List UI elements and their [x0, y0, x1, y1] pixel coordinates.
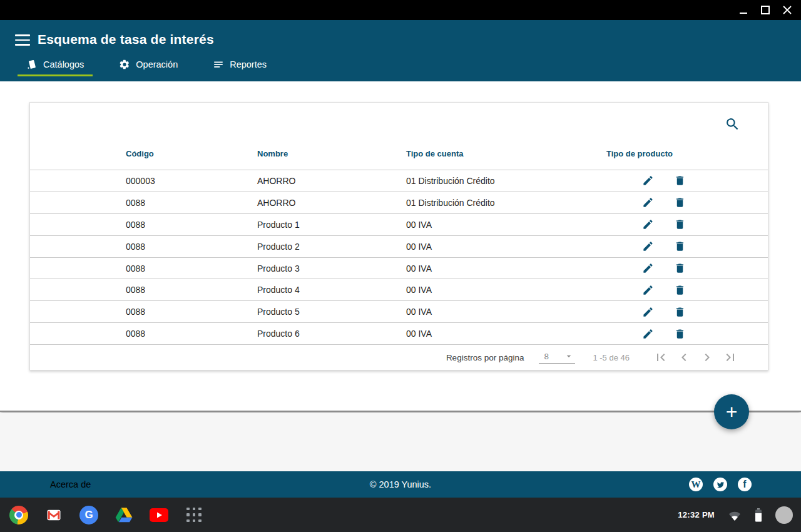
edit-button[interactable]	[641, 305, 654, 318]
close-icon	[783, 6, 792, 14]
prev-page-button[interactable]	[676, 350, 691, 365]
rows-per-page-select[interactable]: 8	[539, 351, 575, 364]
table-row[interactable]: 0088 Producto 1 00 IVA	[30, 213, 768, 235]
twitter-icon[interactable]	[713, 478, 727, 491]
products-table-card: Código Nombre Tipo de cuenta Tipo de pro…	[29, 102, 768, 371]
cell-tipo-cuenta: 01 Distribución Crédito	[406, 176, 606, 186]
cell-tipo-cuenta: 00 IVA	[406, 263, 606, 274]
cell-codigo: 0088	[126, 263, 257, 274]
window-titlebar	[0, 0, 801, 20]
trash-icon	[674, 218, 686, 230]
hamburger-icon	[15, 34, 30, 36]
cell-nombre: Producto 6	[257, 329, 406, 339]
edit-button[interactable]	[641, 218, 654, 231]
pagination-nav	[653, 350, 738, 365]
pencil-icon	[642, 218, 654, 230]
maximize-button[interactable]	[760, 5, 770, 15]
youtube-icon[interactable]	[149, 505, 169, 525]
edit-button[interactable]	[641, 175, 654, 187]
pencil-icon	[642, 328, 654, 340]
window-controls	[738, 0, 792, 20]
last-page-icon	[723, 350, 738, 365]
trash-icon	[674, 175, 686, 187]
edit-button[interactable]	[641, 197, 654, 209]
table-row[interactable]: 0088 Producto 5 00 IVA	[30, 300, 768, 322]
cell-tipo-cuenta: 01 Distribución Crédito	[406, 198, 606, 208]
last-page-button[interactable]	[723, 350, 738, 365]
app-footer: Acerca de © 2019 Yunius. W f	[0, 471, 801, 498]
edit-button[interactable]	[641, 240, 654, 253]
pagination-range: 1 -5 de 46	[593, 353, 630, 362]
table-row[interactable]: 000003 AHORRO 01 Distribución Crédito	[30, 170, 768, 192]
table-row[interactable]: 0088 Producto 4 00 IVA	[30, 279, 768, 300]
tab-catalogos[interactable]: Catálogos	[18, 59, 93, 76]
delete-button[interactable]	[673, 327, 686, 340]
trash-icon	[674, 240, 686, 252]
google-icon[interactable]: G	[79, 505, 99, 525]
table-row[interactable]: 0088 AHORRO 01 Distribución Crédito	[30, 192, 768, 213]
wordpress-icon[interactable]: W	[689, 478, 703, 491]
delete-button[interactable]	[673, 240, 686, 253]
lines-icon	[213, 59, 224, 70]
delete-button[interactable]	[673, 284, 686, 296]
clock: 12:32 PM	[678, 510, 715, 519]
minimize-button[interactable]	[738, 5, 748, 15]
cell-nombre: AHORRO	[257, 198, 406, 208]
cell-tipo-cuenta: 00 IVA	[406, 285, 606, 295]
battery-icon	[755, 508, 762, 522]
delete-button[interactable]	[673, 262, 686, 275]
table-body: 000003 AHORRO 01 Distribución Crédito 00…	[30, 170, 768, 344]
delete-button[interactable]	[673, 197, 686, 209]
first-page-button[interactable]	[653, 350, 668, 365]
table-row[interactable]: 0088 Producto 3 00 IVA	[30, 257, 768, 279]
os-shelf: G 12:32 PM	[0, 498, 801, 532]
social-links: W f	[689, 471, 752, 498]
search-button[interactable]	[724, 116, 740, 133]
next-page-button[interactable]	[700, 350, 715, 365]
prev-page-icon	[676, 350, 691, 365]
pencil-icon	[642, 240, 654, 252]
cell-tipo-cuenta: 00 IVA	[406, 220, 606, 230]
gmail-icon[interactable]	[44, 505, 64, 525]
tab-bar: Catálogos Operación Reportes	[18, 59, 275, 76]
drive-icon[interactable]	[114, 505, 134, 525]
wifi-icon	[728, 509, 742, 521]
cell-codigo: 0088	[126, 220, 257, 230]
apps-grid-icon[interactable]	[184, 505, 204, 525]
edit-button[interactable]	[641, 284, 654, 296]
trash-icon	[674, 262, 686, 274]
pencil-icon	[642, 175, 654, 187]
cell-tipo-cuenta: 00 IVA	[406, 307, 606, 317]
maximize-icon	[761, 6, 770, 14]
tab-label: Catálogos	[43, 59, 84, 69]
edit-button[interactable]	[641, 262, 654, 275]
user-avatar[interactable]	[775, 506, 793, 524]
trash-icon	[674, 284, 686, 296]
menu-button[interactable]	[15, 34, 30, 46]
tab-operacion[interactable]: Operación	[110, 59, 186, 76]
facebook-icon[interactable]: f	[738, 478, 752, 491]
cell-codigo: 0088	[126, 329, 257, 339]
tab-reportes[interactable]: Reportes	[204, 59, 275, 76]
close-button[interactable]	[782, 5, 792, 15]
pencil-icon	[642, 306, 654, 318]
table-row[interactable]: 0088 Producto 2 00 IVA	[30, 235, 768, 257]
edit-button[interactable]	[641, 327, 654, 340]
column-header-nombre: Nombre	[257, 149, 406, 158]
trash-icon	[674, 197, 686, 208]
delete-button[interactable]	[673, 218, 686, 231]
table-row[interactable]: 0088 Producto 6 00 IVA	[30, 322, 768, 344]
pagination-bar: Registros por página 8 1 -5 de 46	[30, 344, 768, 370]
pencil-icon	[642, 284, 654, 296]
delete-button[interactable]	[673, 305, 686, 318]
add-button[interactable]: +	[714, 394, 749, 429]
app-header: Esquema de tasa de interés Catálogos Ope…	[0, 20, 801, 81]
chrome-icon[interactable]	[9, 505, 29, 525]
delete-button[interactable]	[673, 175, 686, 187]
search-icon	[725, 116, 740, 132]
cell-codigo: 000003	[126, 176, 257, 186]
shelf-status-area: 12:32 PM	[678, 498, 793, 532]
cell-nombre: Producto 4	[257, 285, 406, 295]
trash-icon	[674, 328, 686, 340]
shelf-apps: G	[9, 498, 204, 532]
